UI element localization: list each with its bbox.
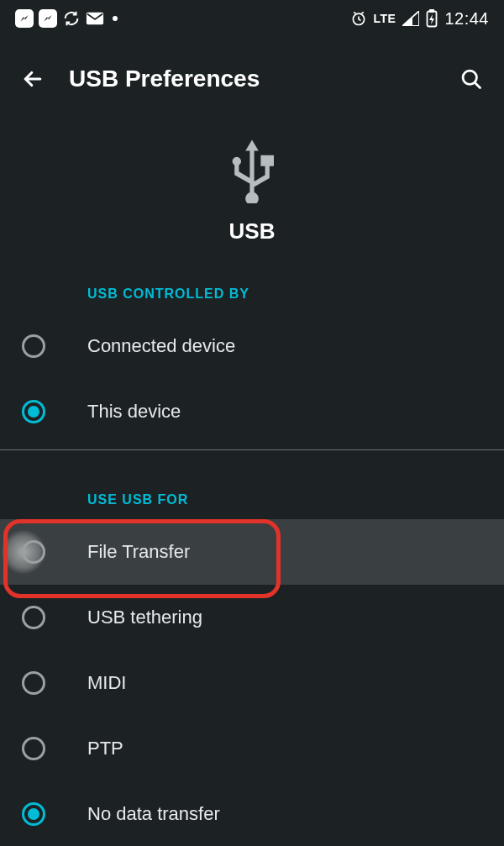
usb-icon xyxy=(225,138,279,207)
divider xyxy=(0,449,504,450)
status-left xyxy=(15,9,118,28)
option-file-transfer[interactable]: File Transfer xyxy=(0,519,504,585)
option-label: MIDI xyxy=(87,672,126,694)
option-label: Connected device xyxy=(87,335,235,357)
app-bar: USB Preferences xyxy=(0,49,504,109)
option-label: PTP xyxy=(87,738,123,759)
status-bar: LTE 12:44 xyxy=(0,0,504,37)
radio-icon xyxy=(22,334,45,358)
hero: USB xyxy=(0,138,504,244)
svg-rect-3 xyxy=(430,10,433,13)
option-usb-tethering[interactable]: USB tethering xyxy=(0,585,504,650)
alarm-icon xyxy=(350,10,367,27)
section-header-use-usb-for: USE USB FOR xyxy=(0,492,504,507)
option-label: File Transfer xyxy=(87,541,190,563)
option-label: USB tethering xyxy=(87,607,202,628)
status-right: LTE 12:44 xyxy=(350,9,489,29)
option-midi[interactable]: MIDI xyxy=(0,650,504,716)
radio-icon xyxy=(22,606,45,629)
network-type-label: LTE xyxy=(374,12,396,25)
option-label: This device xyxy=(87,401,181,423)
back-button[interactable] xyxy=(18,65,47,93)
battery-charging-icon xyxy=(426,9,438,28)
option-ptp[interactable]: PTP xyxy=(0,716,504,781)
radio-icon xyxy=(22,737,45,760)
radio-icon xyxy=(22,671,45,695)
clock: 12:44 xyxy=(444,9,489,29)
signal-icon xyxy=(402,11,419,26)
hero-label: USB xyxy=(229,218,276,244)
option-label: No data transfer xyxy=(87,803,220,825)
search-button[interactable] xyxy=(457,65,486,93)
messenger-icon xyxy=(39,9,57,28)
radio-icon xyxy=(22,540,45,564)
page-title: USB Preferences xyxy=(69,66,457,92)
option-this-device[interactable]: This device xyxy=(0,379,504,444)
sync-icon xyxy=(62,9,81,28)
mail-icon xyxy=(86,11,104,26)
option-no-data-transfer[interactable]: No data transfer xyxy=(0,781,504,846)
radio-icon xyxy=(22,400,45,423)
option-connected-device[interactable]: Connected device xyxy=(0,313,504,379)
section-header-controlled-by: USB CONTROLLED BY xyxy=(0,286,504,302)
radio-icon xyxy=(22,802,45,826)
messenger-icon xyxy=(15,9,34,28)
more-notifications-icon xyxy=(113,16,118,21)
